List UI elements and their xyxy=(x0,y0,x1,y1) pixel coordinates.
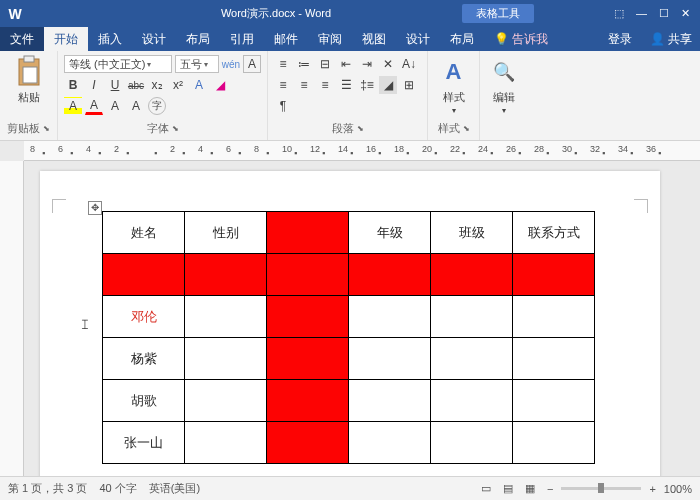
close-icon[interactable]: ✕ xyxy=(681,7,690,20)
table-cell[interactable] xyxy=(267,338,349,380)
text-effects-button[interactable]: A xyxy=(190,76,208,94)
dialog-launcher-icon[interactable]: ⬊ xyxy=(357,124,364,133)
language-status[interactable]: 英语(美国) xyxy=(149,481,200,496)
table-cell[interactable] xyxy=(185,296,267,338)
tab-home[interactable]: 开始 xyxy=(44,27,88,51)
horizontal-ruler[interactable]: 8▪6▪4▪2▪▪2▪4▪6▪8▪10▪12▪14▪16▪18▪20▪22▪24… xyxy=(24,141,700,161)
italic-button[interactable]: I xyxy=(85,76,103,94)
table-cell[interactable] xyxy=(349,254,431,296)
underline-button[interactable]: U xyxy=(106,76,124,94)
table-cell[interactable] xyxy=(349,380,431,422)
table-cell[interactable] xyxy=(103,254,185,296)
bullets-button[interactable]: ≡ xyxy=(274,55,292,73)
tab-design[interactable]: 设计 xyxy=(132,27,176,51)
clear-format-button[interactable]: ◢ xyxy=(211,76,229,94)
minimize-icon[interactable]: — xyxy=(636,7,647,20)
tab-table-layout[interactable]: 布局 xyxy=(440,27,484,51)
multilevel-button[interactable]: ⊟ xyxy=(316,55,334,73)
dialog-launcher-icon[interactable]: ⬊ xyxy=(463,124,470,133)
table-cell[interactable] xyxy=(513,338,595,380)
read-mode-icon[interactable]: ▭ xyxy=(481,482,491,495)
table-cell[interactable] xyxy=(431,422,513,464)
bold-button[interactable]: B xyxy=(64,76,82,94)
tab-references[interactable]: 引用 xyxy=(220,27,264,51)
zoom-level[interactable]: 100% xyxy=(664,483,692,495)
shading-button[interactable]: ◢ xyxy=(379,76,397,94)
table-cell[interactable] xyxy=(349,422,431,464)
strike-button[interactable]: abc xyxy=(127,76,145,94)
table-cell[interactable] xyxy=(185,254,267,296)
table-cell[interactable] xyxy=(267,296,349,338)
font-size-select[interactable]: 五号▾ xyxy=(175,55,219,73)
superscript-button[interactable]: x² xyxy=(169,76,187,94)
table-header-cell[interactable]: 性别 xyxy=(185,212,267,254)
align-center-button[interactable]: ≡ xyxy=(295,76,313,94)
tab-review[interactable]: 审阅 xyxy=(308,27,352,51)
table-header-cell[interactable]: 年级 xyxy=(349,212,431,254)
table-cell[interactable] xyxy=(513,422,595,464)
line-spacing-button[interactable]: ‡≡ xyxy=(358,76,376,94)
table-cell[interactable]: 张一山 xyxy=(103,422,185,464)
asian-layout-button[interactable]: ✕ xyxy=(379,55,397,73)
align-left-button[interactable]: ≡ xyxy=(274,76,292,94)
zoom-slider[interactable] xyxy=(561,487,641,490)
table-header-cell[interactable]: 班级 xyxy=(431,212,513,254)
table-header-cell[interactable] xyxy=(267,212,349,254)
tab-mail[interactable]: 邮件 xyxy=(264,27,308,51)
table-cell[interactable] xyxy=(431,338,513,380)
table-cell[interactable] xyxy=(267,422,349,464)
char-shading-icon[interactable]: A xyxy=(127,97,145,115)
table-cell[interactable] xyxy=(431,296,513,338)
increase-indent-button[interactable]: ⇥ xyxy=(358,55,376,73)
edit-button[interactable]: 🔍 编辑 ▾ xyxy=(484,53,524,117)
dialog-launcher-icon[interactable]: ⬊ xyxy=(43,124,50,133)
print-layout-icon[interactable]: ▤ xyxy=(503,482,513,495)
phonetic-guide-icon[interactable]: wén xyxy=(222,55,240,73)
justify-button[interactable]: ☰ xyxy=(337,76,355,94)
table-cell[interactable] xyxy=(267,380,349,422)
align-right-button[interactable]: ≡ xyxy=(316,76,334,94)
table-move-handle[interactable]: ✥ xyxy=(88,201,102,215)
web-layout-icon[interactable]: ▦ xyxy=(525,482,535,495)
sort-button[interactable]: A↓ xyxy=(400,55,418,73)
subscript-button[interactable]: x₂ xyxy=(148,76,166,94)
table-cell[interactable]: 杨紫 xyxy=(103,338,185,380)
table-cell[interactable] xyxy=(185,338,267,380)
table-cell[interactable] xyxy=(431,254,513,296)
word-count[interactable]: 40 个字 xyxy=(99,481,136,496)
ribbon-display-icon[interactable]: ⬚ xyxy=(614,7,624,20)
tab-file[interactable]: 文件 xyxy=(0,27,44,51)
table-cell[interactable] xyxy=(513,296,595,338)
table-cell[interactable] xyxy=(431,380,513,422)
maximize-icon[interactable]: ☐ xyxy=(659,7,669,20)
highlight-button[interactable]: A xyxy=(64,97,82,115)
table-cell[interactable] xyxy=(349,296,431,338)
table-cell[interactable] xyxy=(267,254,349,296)
table-cell[interactable] xyxy=(513,380,595,422)
table-cell[interactable] xyxy=(185,380,267,422)
page[interactable]: ✥ 𝙸 姓名性别年级班级联系方式邓伦杨紫胡歌张一山 xyxy=(40,171,660,476)
table-header-cell[interactable]: 联系方式 xyxy=(513,212,595,254)
document-table[interactable]: 姓名性别年级班级联系方式邓伦杨紫胡歌张一山 xyxy=(102,211,595,464)
enclose-char-icon[interactable]: 字 xyxy=(148,97,166,115)
table-cell[interactable]: 邓伦 xyxy=(103,296,185,338)
login-button[interactable]: 登录 xyxy=(598,27,642,51)
zoom-out-button[interactable]: − xyxy=(547,483,553,495)
table-cell[interactable] xyxy=(185,422,267,464)
tab-table-design[interactable]: 设计 xyxy=(396,27,440,51)
numbering-button[interactable]: ≔ xyxy=(295,55,313,73)
tab-insert[interactable]: 插入 xyxy=(88,27,132,51)
grow-font-button[interactable]: A xyxy=(106,97,124,115)
share-button[interactable]: 👤共享 xyxy=(642,27,700,51)
show-marks-button[interactable]: ¶ xyxy=(274,97,292,115)
font-color-button[interactable]: A xyxy=(85,97,103,115)
font-family-select[interactable]: 等线 (中文正文)▾ xyxy=(64,55,172,73)
styles-button[interactable]: A 样式 ▾ xyxy=(432,53,475,117)
table-cell[interactable]: 胡歌 xyxy=(103,380,185,422)
vertical-ruler[interactable] xyxy=(0,161,24,476)
tell-me[interactable]: 💡告诉我 xyxy=(484,27,558,51)
table-cell[interactable] xyxy=(513,254,595,296)
table-header-cell[interactable]: 姓名 xyxy=(103,212,185,254)
dialog-launcher-icon[interactable]: ⬊ xyxy=(172,124,179,133)
tab-layout[interactable]: 布局 xyxy=(176,27,220,51)
